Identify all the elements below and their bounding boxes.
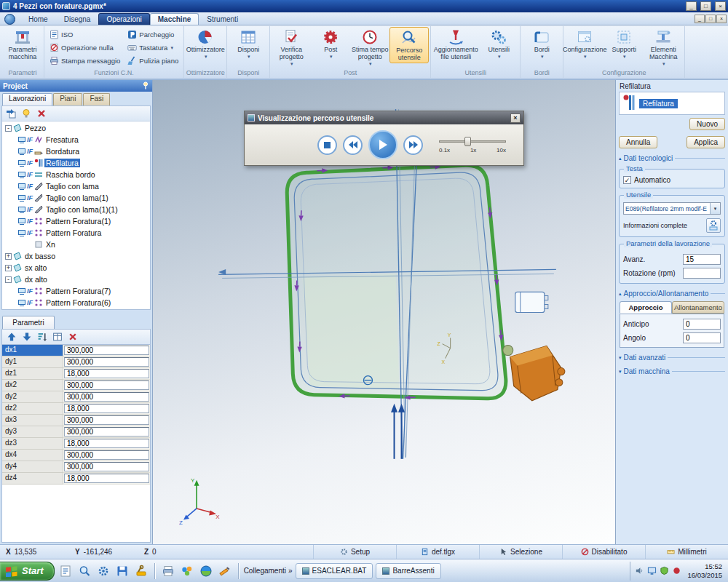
section-dati-macchina[interactable]: ▾ Dati macchina: [619, 367, 725, 375]
operation-box[interactable]: Refilatura: [619, 92, 725, 115]
post-button[interactable]: Post ▾: [311, 27, 350, 60]
tab-home[interactable]: Home: [20, 13, 56, 25]
tree-item-pattern-foratura[interactable]: IF Pattern Foratura: [2, 227, 150, 239]
tree-item-dx-alto[interactable]: - dx alto: [2, 274, 150, 285]
elementi-macchina-button[interactable]: Elementi Macchina ▾: [644, 27, 683, 67]
tree-item-fresatura[interactable]: IF Fresatura: [2, 134, 150, 146]
tastatura-button[interactable]: Tastatura ▾: [125, 42, 181, 53]
project-panel-header[interactable]: Project: [0, 80, 152, 92]
rotazione-input[interactable]: [683, 268, 721, 279]
mdi-close-icon[interactable]: ×: [716, 15, 727, 23]
play-button[interactable]: [368, 130, 397, 159]
param-value-input[interactable]: [64, 427, 149, 436]
collapse-icon[interactable]: -: [5, 125, 12, 132]
tool-info-button[interactable]: [706, 218, 721, 233]
param-value-input[interactable]: [64, 462, 149, 471]
quicklaunch-esa-logo-icon[interactable]: [198, 563, 214, 579]
verifica-progetto-button[interactable]: Verifica progetto ▾: [272, 27, 311, 67]
clock[interactable]: 15:52 16/03/2015: [684, 562, 722, 580]
automatico-checkbox[interactable]: ✓: [623, 176, 631, 184]
close-icon[interactable]: ×: [715, 1, 726, 11]
expand-icon[interactable]: +: [5, 265, 12, 271]
param-row[interactable]: dz4: [2, 473, 150, 485]
tree-item-refilatura[interactable]: IF Refilatura: [2, 157, 150, 169]
param-value-input[interactable]: [64, 380, 149, 390]
delete-operation-icon[interactable]: [35, 108, 47, 120]
start-button[interactable]: Start: [0, 562, 55, 581]
table-icon[interactable]: [51, 331, 63, 343]
param-value-input[interactable]: [64, 474, 149, 483]
operazione-nulla-button[interactable]: Operazione nulla: [47, 42, 122, 53]
delete-parameter-icon[interactable]: [66, 331, 79, 343]
rewind-button[interactable]: [343, 135, 363, 155]
supporti-button[interactable]: Supporti ▾: [604, 27, 644, 60]
quicklaunch-gear-icon[interactable]: [95, 563, 111, 579]
section-dati-avanzati[interactable]: ▾ Dati avanzati: [619, 354, 725, 362]
pulizia-piano-button[interactable]: Pulizia piano: [125, 55, 181, 66]
annulla-button[interactable]: Annulla: [619, 136, 657, 148]
param-row[interactable]: dx4: [2, 450, 150, 461]
param-row[interactable]: dx2: [2, 380, 150, 391]
tree-item-raschia-bordo[interactable]: IF Raschia bordo: [2, 169, 150, 180]
tab-piani[interactable]: Piani: [53, 93, 82, 105]
tree-item-pezzo[interactable]: - Pezzo: [2, 122, 150, 134]
param-value-input[interactable]: [64, 404, 149, 413]
tree-item-taglio-con-lama-1[interactable]: IF Taglio con lama(1): [2, 192, 150, 204]
tab-approccio[interactable]: Approccio: [620, 301, 672, 314]
shield-icon[interactable]: [660, 566, 669, 575]
taskbar-button-esaclear[interactable]: ESACLEAR.BAT: [296, 563, 373, 579]
import-operation-icon[interactable]: [4, 108, 17, 120]
utensili-button[interactable]: Utensili ▾: [479, 27, 518, 60]
status-tool-file[interactable]: def.tlgx: [396, 545, 479, 559]
lightbulb-icon[interactable]: [20, 108, 32, 120]
tree-item-taglio-con-lama-1-1[interactable]: IF Taglio con lama(1)(1): [2, 204, 150, 215]
param-value-input[interactable]: [64, 450, 149, 460]
status-millimetri[interactable]: Millimetri: [645, 545, 728, 559]
volume-icon[interactable]: [635, 566, 644, 575]
move-down-icon[interactable]: [20, 331, 33, 343]
chevron-down-icon[interactable]: ▼: [710, 203, 720, 214]
tab-strumenti[interactable]: Strumenti: [199, 13, 246, 25]
avanz-input[interactable]: [683, 254, 721, 265]
configurazione-button[interactable]: Configurazione ▾: [565, 27, 604, 60]
forward-button[interactable]: [403, 135, 423, 155]
status-setup[interactable]: Setup: [313, 545, 396, 559]
quicklaunch-notes-icon[interactable]: [58, 563, 74, 579]
tree-item-pattern-foratura-1[interactable]: IF Pattern Foratura(1): [2, 215, 150, 227]
sort-icon[interactable]: [36, 331, 48, 343]
tree-item-xn[interactable]: Xn: [2, 239, 150, 250]
ottimizzatore-button[interactable]: Ottimizzatore ▾: [186, 27, 225, 60]
tab-operazioni[interactable]: Operazioni: [98, 13, 149, 25]
nuovo-button[interactable]: Nuovo: [689, 118, 725, 130]
tab-allontanamento[interactable]: Allontanamento: [672, 301, 724, 314]
move-up-icon[interactable]: [5, 331, 17, 343]
quicklaunch-save-icon[interactable]: [114, 563, 130, 579]
quicklaunch-search-icon[interactable]: [76, 563, 92, 579]
bordi-button[interactable]: Bordi ▾: [522, 27, 561, 60]
status-dot-icon[interactable]: [672, 566, 681, 575]
status-selezione[interactable]: Selezione: [479, 545, 562, 559]
param-row[interactable]: dz3: [2, 438, 150, 450]
title-bar[interactable]: 4 Pezzi con forature.pgmx* _ □ ×: [0, 0, 728, 12]
tree-item-taglio-con-lama[interactable]: IF Taglio con lama: [2, 180, 150, 192]
param-row[interactable]: dy4: [2, 461, 150, 473]
param-row[interactable]: dy2: [2, 391, 150, 403]
viewport-3d[interactable]: Y Z X Y X Z: [153, 80, 615, 544]
param-value-input[interactable]: [64, 392, 149, 402]
application-menu-button[interactable]: [1, 13, 17, 25]
tab-fasi[interactable]: Fasi: [83, 93, 110, 105]
param-row[interactable]: dz2: [2, 403, 150, 415]
parametri-macchina-button[interactable]: Parametri macchina: [3, 27, 42, 62]
section-dati-tecnologici[interactable]: ▴ Dati tecnologici: [619, 154, 725, 162]
param-row[interactable]: dy1: [2, 356, 150, 368]
stampa-messaggio-button[interactable]: Stampa messaggio: [47, 55, 122, 66]
section-approccio-allontanamento[interactable]: ▴ Approccio/Allontanamento: [619, 290, 725, 298]
param-row[interactable]: dx3: [2, 415, 150, 426]
player-close-icon[interactable]: ×: [510, 113, 521, 123]
disponi-button[interactable]: Disponi ▾: [229, 27, 268, 60]
param-row[interactable]: dz1: [2, 368, 150, 380]
player-title-bar[interactable]: Visualizzazione percorso utensile ×: [245, 111, 523, 124]
tree-item-sx-alto[interactable]: + sx alto: [2, 262, 150, 274]
expand-icon[interactable]: +: [5, 253, 12, 260]
maximize-icon[interactable]: □: [700, 1, 711, 11]
